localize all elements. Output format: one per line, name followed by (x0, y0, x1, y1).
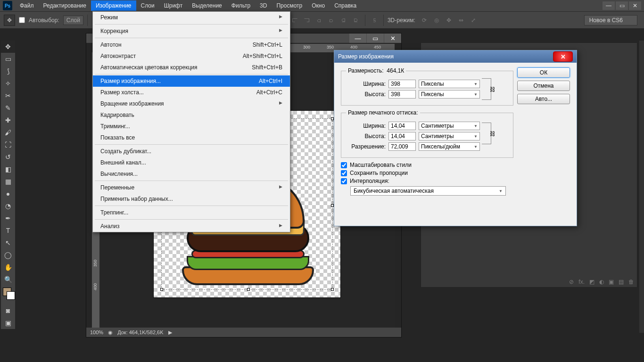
roll-icon[interactable]: ◎ (431, 15, 442, 25)
menu-3d[interactable]: 3D (255, 0, 272, 11)
mask-icon[interactable]: ◩ (589, 279, 594, 285)
mi-crop[interactable]: Кадрировать (93, 109, 290, 121)
doc-maximize[interactable]: ▭ (367, 33, 384, 43)
trash-icon[interactable]: 🗑 (628, 279, 634, 285)
mi-correction[interactable]: Коррекция (93, 25, 290, 37)
menu-image[interactable]: Изображение (91, 0, 136, 11)
mi-autocontrast[interactable]: АвтоконтрастAlt+Shift+Ctrl+L (93, 50, 290, 62)
ok-button[interactable]: ОК (517, 67, 570, 78)
folder-icon[interactable]: ▣ (609, 279, 614, 285)
mi-rotate[interactable]: Вращение изображения (93, 98, 290, 109)
auto-select-checkbox[interactable] (19, 17, 25, 23)
menu-filter[interactable]: Фильтр (227, 0, 255, 11)
brush-tool[interactable]: 🖌 (1, 126, 15, 139)
interpolation-dropdown[interactable]: Бикубическая автоматическая (350, 186, 506, 196)
align-bot-icon[interactable]: ⫒ (351, 15, 361, 25)
mi-analysis[interactable]: Анализ (93, 221, 290, 232)
handle-bl[interactable] (160, 288, 163, 291)
pen-tool[interactable]: ✒ (1, 212, 15, 224)
background-swatch[interactable] (7, 291, 15, 300)
resample-checkbox[interactable] (341, 178, 347, 184)
adjust-icon[interactable]: ◐ (599, 279, 604, 285)
heal-tool[interactable]: ✚ (1, 114, 15, 126)
print-width-unit[interactable]: Сантиметры (419, 122, 480, 130)
close-button[interactable]: ✕ (629, 1, 641, 10)
maximize-button[interactable]: ▭ (616, 1, 628, 10)
history-brush-tool[interactable]: ↺ (1, 151, 15, 163)
align-center-icon[interactable]: ⫎ (302, 15, 312, 25)
fx-icon[interactable]: fx. (578, 279, 585, 285)
status-arrow-icon[interactable]: ▶ (168, 329, 172, 336)
link-icon[interactable]: ⛓ (490, 86, 495, 93)
stamp-tool[interactable]: ⛶ (1, 139, 15, 151)
mi-duplicate[interactable]: Создать дубликат... (93, 146, 290, 157)
zoom-level[interactable]: 100% (90, 329, 103, 335)
gradient-tool[interactable]: ▦ (1, 175, 15, 188)
handle-br[interactable] (331, 288, 334, 291)
orbit-icon[interactable]: ⟳ (419, 15, 429, 25)
color-swatches[interactable] (1, 286, 15, 298)
mi-variables[interactable]: Переменные (93, 182, 290, 193)
pixel-height-unit[interactable]: Пикселы (419, 90, 480, 99)
mi-autotone[interactable]: АвтотонShift+Ctrl+L (93, 39, 290, 50)
print-width-input[interactable] (388, 122, 416, 130)
mi-trap[interactable]: Треппинг... (93, 207, 290, 218)
mi-autocolor[interactable]: Автоматическая цветовая коррекцияShift+C… (93, 62, 290, 73)
mi-canvas-size[interactable]: Размер холста...Alt+Ctrl+C (93, 87, 290, 98)
menu-view[interactable]: Просмотр (272, 0, 307, 11)
menu-select[interactable]: Выделение (187, 0, 227, 11)
pixel-height-input[interactable] (388, 90, 416, 99)
minimize-button[interactable]: — (603, 1, 615, 10)
mi-trim[interactable]: Тримминг... (93, 121, 290, 132)
dialog-close-button[interactable]: ✕ (553, 51, 573, 62)
slide-icon[interactable]: ⇔ (456, 15, 466, 25)
doc-minimize[interactable]: — (349, 33, 366, 43)
marquee-tool[interactable]: ▭ (1, 53, 15, 65)
hand-tool[interactable]: ✋ (1, 261, 15, 273)
newlayer-icon[interactable]: ▤ (619, 279, 624, 285)
auto-select-dropdown[interactable]: Слой (63, 16, 83, 25)
screenmode-tool[interactable]: ▣ (1, 317, 15, 329)
menu-file[interactable]: Файл (15, 0, 39, 11)
resolution-unit[interactable]: Пикселы/дюйм (419, 142, 480, 151)
mi-reveal[interactable]: Показать все (93, 132, 290, 143)
print-height-input[interactable] (388, 132, 416, 140)
scale-styles-checkbox[interactable] (341, 162, 347, 168)
constrain-checkbox[interactable] (341, 170, 347, 176)
mi-apply-set[interactable]: Применить набор данных... (93, 193, 290, 205)
lasso-tool[interactable]: ⟆ (1, 65, 15, 77)
pan-icon[interactable]: ✥ (444, 15, 454, 25)
mi-apply-image[interactable]: Внешний канал... (93, 157, 290, 168)
resolution-input[interactable] (388, 142, 416, 151)
eraser-tool[interactable]: ◧ (1, 163, 15, 175)
quickmask-tool[interactable]: ◙ (1, 304, 15, 317)
eyedropper-tool[interactable]: ✎ (1, 102, 15, 114)
text-tool[interactable]: T (1, 224, 15, 237)
move-tool[interactable]: ✥ (1, 41, 15, 53)
dialog-titlebar[interactable]: Размер изображения ✕ (334, 50, 577, 63)
link-icon[interactable]: ⛓ (490, 131, 495, 137)
align-mid-icon[interactable]: ⫑ (339, 15, 349, 25)
cs6-news-button[interactable]: Новое в CS6 (584, 15, 637, 25)
mi-image-size[interactable]: Размер изображения...Alt+Ctrl+I (93, 75, 290, 87)
wand-tool[interactable]: ✧ (1, 77, 15, 90)
link-icon[interactable]: ⊘ (569, 279, 574, 285)
pixel-width-input[interactable] (388, 80, 416, 88)
path-tool[interactable]: ↖ (1, 237, 15, 249)
print-height-unit[interactable]: Сантиметры (419, 132, 480, 140)
pixel-width-unit[interactable]: Пикселы (419, 80, 480, 88)
auto-button[interactable]: Авто... (517, 94, 570, 104)
menu-layers[interactable]: Слои (136, 0, 159, 11)
mi-calculations[interactable]: Вычисления... (93, 168, 290, 180)
crop-tool[interactable]: ✂ (1, 90, 15, 102)
shape-tool[interactable]: ◯ (1, 249, 15, 261)
menu-window[interactable]: Окно (307, 0, 330, 11)
doc-close[interactable]: ✕ (384, 33, 401, 43)
mi-mode[interactable]: Режим (93, 12, 290, 23)
menu-type[interactable]: Шрифт (159, 0, 187, 11)
scale-icon[interactable]: ⤢ (468, 15, 479, 25)
blur-tool[interactable]: ● (1, 188, 15, 200)
align-left-icon[interactable]: ⫍ (289, 15, 300, 25)
distribute-icon[interactable]: ⫓ (369, 15, 380, 25)
align-right-icon[interactable]: ⫏ (314, 15, 324, 25)
